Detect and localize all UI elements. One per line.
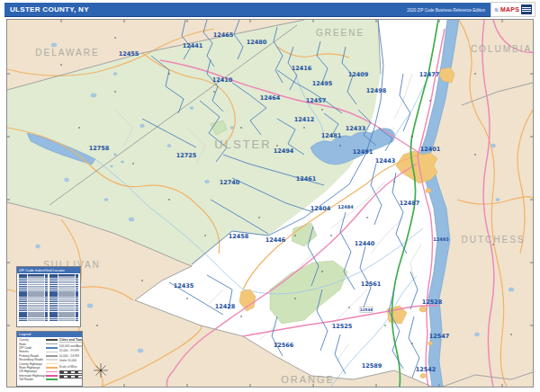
zip-label-12455: 12455 — [119, 50, 140, 58]
zip-index-column — [50, 274, 78, 321]
legend-cities-column: Cities and Towns 100,000 and AboveCity25… — [59, 338, 83, 381]
zip-label-12465: 12465 — [213, 31, 234, 39]
zip-label-12440: 12440 — [355, 240, 375, 247]
publisher-logo: ≋ MAPS — [490, 2, 536, 17]
zip-label-12477: 12477 — [419, 71, 440, 78]
zip-label-12480: 12480 — [247, 39, 267, 46]
legend-city-row: 100,000 and AboveCity — [59, 343, 83, 349]
zip-label-12589: 12589 — [362, 362, 382, 370]
county-map: DELAWAREGREENECOLUMBIAULSTERSULLIVANDUTC… — [7, 20, 533, 387]
zip-label-12457: 12457 — [306, 97, 327, 104]
zip-label-12484: 12484 — [338, 204, 354, 209]
legend-scale: Scale of Miles — [59, 365, 83, 379]
zip-label-12528: 12528 — [422, 298, 443, 306]
urban-marlboro — [420, 374, 426, 379]
zip-label-12758: 12758 — [89, 145, 110, 152]
logo-address-box — [521, 4, 532, 14]
urban-highland — [419, 307, 427, 312]
county-label-delaware: DELAWARE — [35, 48, 99, 58]
zip-label-12428: 12428 — [215, 303, 236, 310]
zip-label-12566: 12566 — [274, 342, 294, 349]
zip-label-12725: 12725 — [176, 152, 197, 159]
legend-city-row: 10,000 - 24,999City — [59, 353, 83, 359]
map-frame: DELAWAREGREENECOLUMBIAULSTERSULLIVANDUTC… — [6, 19, 534, 388]
map-poster-page: ULSTER COUNTY, NY 2020 ZIP Code Business… — [0, 0, 540, 392]
county-label-orange: ORANGE — [281, 374, 335, 385]
zip-label-12404: 12404 — [310, 205, 331, 212]
legend-city-row: Under 10,000City — [59, 359, 83, 364]
zip-label-12495: 12495 — [312, 80, 333, 87]
legend-item: Toll Roads — [19, 378, 58, 381]
county-label-dutchess: DUTCHESS — [461, 235, 525, 245]
county-label-greene: GREENE — [316, 28, 364, 38]
header-bar: ULSTER COUNTY, NY 2020 ZIP Code Business… — [4, 3, 536, 17]
zip-label-12542: 12542 — [416, 366, 436, 373]
county-label-columbia: COLUMBIA — [471, 44, 532, 54]
urban-port-ewen — [426, 189, 431, 193]
zip-index-column — [19, 274, 48, 321]
logo-text: MAPS — [500, 6, 519, 13]
county-label-ulster: ULSTER — [214, 138, 271, 151]
zip-label-12435: 12435 — [174, 282, 194, 290]
zip-label-12446: 12446 — [266, 236, 286, 244]
zip-label-12409: 12409 — [348, 71, 369, 78]
zip-label-12493: 12493 — [433, 236, 449, 242]
zip-index-table — [17, 273, 80, 322]
zip-label-12461: 12461 — [296, 175, 317, 183]
legend-city-row: 25,000 - 99,999City — [59, 349, 83, 354]
zip-index-row — [19, 319, 48, 321]
zip-label-12458: 12458 — [229, 233, 249, 240]
urban-milton — [428, 342, 433, 345]
boxed-zip-label-12548: 12548 — [360, 307, 373, 312]
legend-cities-title: Cities and Towns — [59, 338, 83, 343]
legend-box: Legend CountyStateZIP CodeStreetsPrimary… — [16, 331, 83, 387]
zip-label-12525: 12525 — [332, 323, 353, 330]
zip-label-12498: 12498 — [366, 87, 387, 94]
zip-label-12487: 12487 — [400, 200, 420, 207]
zip-label-12481: 12481 — [321, 132, 342, 139]
boxed-zip-labels: 12548 — [360, 307, 373, 313]
zip-index-row — [50, 319, 78, 321]
edition-label: 2020 ZIP Code Business Reference Edition — [407, 8, 485, 13]
zip-label-12401: 12401 — [420, 146, 441, 153]
zip-label-12416: 12416 — [292, 65, 312, 72]
scale-label: Scale of Miles — [59, 365, 83, 369]
zip-label-12410: 12410 — [212, 76, 233, 84]
scale-bar-miles — [59, 370, 83, 374]
zip-label-12491: 12491 — [353, 148, 374, 156]
zip-label-12443: 12443 — [375, 157, 396, 165]
legend-line-samples: CountyStateZIP CodeStreetsPrimary RoadsS… — [19, 338, 58, 381]
zip-index-title: ZIP Code Index/Grid Locator — [17, 267, 80, 273]
zip-label-12433: 12433 — [346, 125, 366, 132]
zip-label-12494: 12494 — [274, 147, 294, 155]
zip-label-12464: 12464 — [260, 94, 281, 102]
zip-label-12740: 12740 — [220, 179, 240, 186]
zip-label-12412: 12412 — [294, 116, 315, 123]
zip-label-12561: 12561 — [361, 281, 382, 288]
zip-label-12441: 12441 — [183, 42, 203, 49]
zip-label-12547: 12547 — [429, 333, 450, 340]
logo-wave-icon: ≋ — [494, 7, 499, 13]
page-title: ULSTER COUNTY, NY — [10, 5, 89, 13]
scale-bar-km — [59, 375, 83, 379]
zip-index-box: ZIP Code Index/Grid Locator — [16, 266, 81, 327]
